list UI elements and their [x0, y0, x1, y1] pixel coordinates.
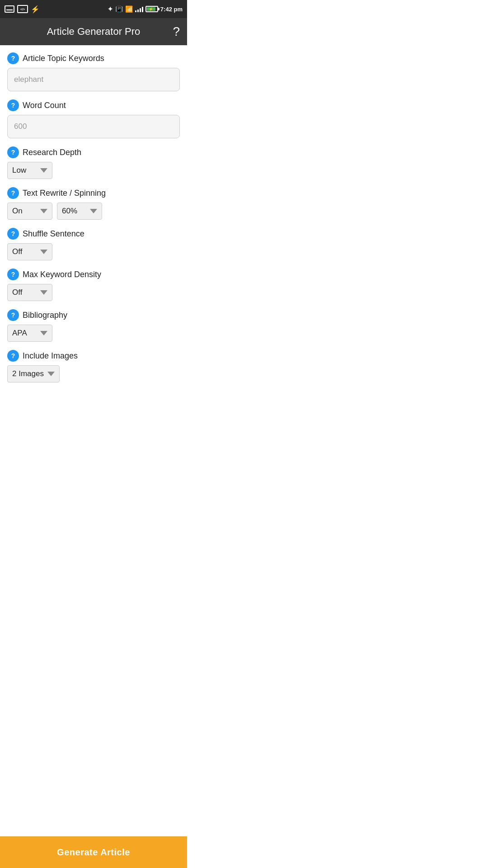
- max-keyword-density-dropdowns: Off: [7, 284, 180, 301]
- bibliography-dropdown[interactable]: APA: [7, 325, 52, 342]
- shuffle-sentence-help-icon[interactable]: ?: [7, 228, 19, 240]
- include-images-arrow: [47, 372, 55, 376]
- research-depth-label: ? Research Depth: [7, 146, 180, 158]
- bibliography-label: ? Bibliography: [7, 309, 180, 321]
- status-right-icons: ✦ 📳 📶 7:42 pm: [108, 5, 183, 13]
- shuffle-sentence-label: ? Shuffle Sentence: [7, 228, 180, 240]
- wifi-icon: 📶: [125, 5, 133, 13]
- word-count-section: ? Word Count: [7, 99, 180, 138]
- usb-icon: ⚡: [31, 5, 40, 14]
- shuffle-sentence-dropdowns: Off: [7, 243, 180, 260]
- bibliography-arrow: [40, 331, 47, 335]
- include-images-help-icon[interactable]: ?: [7, 350, 19, 362]
- text-rewrite-label-text: Text Rewrite / Spinning: [23, 189, 106, 198]
- word-count-label-text: Word Count: [23, 101, 66, 110]
- research-depth-arrow: [40, 168, 47, 173]
- text-rewrite-section: ? Text Rewrite / Spinning On 60%: [7, 187, 180, 220]
- battery-icon: [145, 6, 158, 12]
- max-keyword-density-label-text: Max Keyword Density: [23, 270, 101, 279]
- word-count-input[interactable]: [7, 115, 180, 138]
- bibliography-help-icon[interactable]: ?: [7, 309, 19, 321]
- status-time: 7:42 pm: [160, 6, 183, 13]
- max-keyword-density-arrow: [40, 290, 47, 295]
- shuffle-sentence-label-text: Shuffle Sentence: [23, 229, 84, 239]
- shuffle-sentence-value: Off: [12, 247, 22, 256]
- screen-icon: ▬▬: [5, 5, 14, 13]
- text-rewrite-percent-arrow: [90, 209, 97, 213]
- article-topic-label-text: Article Topic Keywords: [23, 54, 104, 63]
- signal-bar-1: [135, 10, 136, 12]
- word-count-help-icon[interactable]: ?: [7, 99, 19, 111]
- text-rewrite-onoff-value: On: [12, 207, 23, 216]
- signal-bar-2: [137, 9, 139, 12]
- app-header: Article Generator Pro ?: [0, 18, 187, 45]
- shuffle-sentence-dropdown[interactable]: Off: [7, 243, 52, 260]
- status-left-icons: ▬▬ </> ⚡: [5, 5, 40, 14]
- include-images-label: ? Include Images: [7, 350, 180, 362]
- article-topic-help-icon[interactable]: ?: [7, 52, 19, 64]
- research-depth-section: ? Research Depth Low: [7, 146, 180, 179]
- research-depth-value: Low: [12, 166, 26, 175]
- include-images-value: 2 Images: [12, 369, 44, 378]
- text-rewrite-onoff-dropdown[interactable]: On: [7, 203, 52, 220]
- battery-fill: [147, 7, 155, 11]
- include-images-dropdown[interactable]: 2 Images: [7, 365, 60, 382]
- app-title: Article Generator Pro: [47, 26, 141, 38]
- signal-bar-3: [140, 8, 141, 12]
- status-bar: ▬▬ </> ⚡ ✦ 📳 📶 7:42 pm: [0, 0, 187, 18]
- max-keyword-density-value: Off: [12, 288, 22, 297]
- max-keyword-density-dropdown[interactable]: Off: [7, 284, 52, 301]
- bibliography-dropdowns: APA: [7, 325, 180, 342]
- signal-bar-4: [142, 7, 143, 12]
- article-topic-section: ? Article Topic Keywords: [7, 52, 180, 91]
- signal-bars: [135, 6, 143, 12]
- research-depth-dropdowns: Low: [7, 162, 180, 179]
- text-rewrite-label: ? Text Rewrite / Spinning: [7, 187, 180, 199]
- max-keyword-density-label: ? Max Keyword Density: [7, 269, 180, 280]
- text-rewrite-onoff-arrow: [40, 209, 47, 213]
- include-images-dropdowns: 2 Images: [7, 365, 180, 382]
- bluetooth-icon: ✦: [108, 5, 113, 13]
- bibliography-label-text: Bibliography: [23, 311, 67, 320]
- shuffle-sentence-section: ? Shuffle Sentence Off: [7, 228, 180, 260]
- bibliography-section: ? Bibliography APA: [7, 309, 180, 342]
- research-depth-help-icon[interactable]: ?: [7, 146, 19, 158]
- research-depth-dropdown[interactable]: Low: [7, 162, 52, 179]
- word-count-label: ? Word Count: [7, 99, 180, 111]
- code-icon: </>: [17, 5, 28, 13]
- help-button[interactable]: ?: [173, 24, 180, 39]
- shuffle-sentence-arrow: [40, 250, 47, 254]
- text-rewrite-dropdowns: On 60%: [7, 203, 180, 220]
- text-rewrite-percent-dropdown[interactable]: 60%: [57, 203, 102, 220]
- article-topic-label: ? Article Topic Keywords: [7, 52, 180, 64]
- text-rewrite-percent-value: 60%: [62, 207, 77, 216]
- vibrate-icon: 📳: [115, 5, 123, 13]
- max-keyword-density-help-icon[interactable]: ?: [7, 269, 19, 280]
- bibliography-value: APA: [12, 329, 27, 338]
- include-images-section: ? Include Images 2 Images: [7, 350, 180, 382]
- main-content: ? Article Topic Keywords ? Word Count ? …: [0, 45, 187, 436]
- text-rewrite-help-icon[interactable]: ?: [7, 187, 19, 199]
- include-images-label-text: Include Images: [23, 351, 78, 361]
- research-depth-label-text: Research Depth: [23, 148, 81, 157]
- max-keyword-density-section: ? Max Keyword Density Off: [7, 269, 180, 301]
- article-topic-input[interactable]: [7, 68, 180, 91]
